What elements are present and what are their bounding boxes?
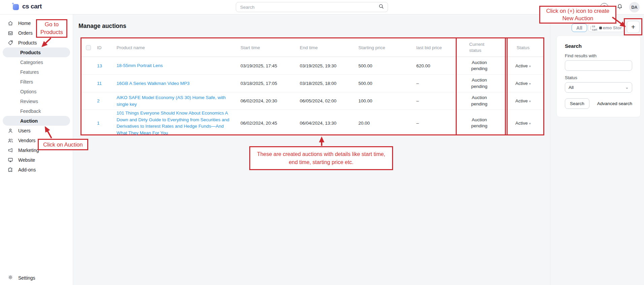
- brand-name: cs cart: [22, 3, 42, 10]
- cs-cart-logo[interactable]: cs cart: [12, 3, 42, 10]
- col-start-time: Start time: [240, 45, 300, 50]
- start-time: 03/19/2025, 17:45: [240, 63, 300, 68]
- divider: [590, 26, 591, 30]
- end-time: 03/19/2025, 19:30: [300, 63, 358, 68]
- starting-price: 100.00: [358, 98, 416, 103]
- divider: [550, 14, 550, 285]
- sidebar-subitem-options[interactable]: Options: [3, 87, 70, 96]
- sidebar-item-label: Vendors: [18, 138, 35, 143]
- sidebar-subitem-feedback[interactable]: Feedback: [3, 106, 70, 116]
- table-row: 2 AIKO SAFE Model Economy (AS 30) Home S…: [82, 92, 543, 110]
- find-results-input[interactable]: [565, 60, 632, 71]
- user-avatar[interactable]: DA: [629, 2, 640, 12]
- home-icon: [7, 20, 13, 26]
- product-name-link[interactable]: AIKO SAFE Model Economy (AS 30) Home Saf…: [117, 94, 235, 107]
- page-title: Manage auctions: [78, 23, 126, 30]
- search-button[interactable]: Search: [565, 98, 589, 109]
- product-name-link[interactable]: 16GB A Series Walkman Video MP3: [117, 80, 190, 87]
- tab-storefront[interactable]: cs cart emo Stor: [588, 24, 624, 32]
- sidebar-subitem-categories[interactable]: Categories: [3, 57, 70, 67]
- col-product-name: Product name: [117, 45, 240, 50]
- end-time: 06/05/2024, 02:00: [300, 98, 358, 103]
- col-status: Status: [505, 45, 542, 50]
- global-search: [236, 2, 388, 12]
- search-panel: Search Find results with Status All ⌄ Se…: [556, 35, 641, 117]
- auction-id-link[interactable]: 1: [97, 121, 100, 126]
- auctions-table: ID Product name Start time End time Star…: [80, 37, 544, 135]
- table-header-row: ID Product name Start time End time Star…: [82, 38, 543, 57]
- status-dropdown[interactable]: Active▾: [505, 98, 542, 103]
- sidebar-item-label: Add-ons: [18, 167, 36, 172]
- settings-label: Settings: [18, 275, 35, 281]
- cs-cart-mini-logo: cs cart: [592, 25, 598, 31]
- search-panel-title: Search: [565, 43, 632, 49]
- monitor-icon: [7, 157, 13, 163]
- sidebar-subitem-products[interactable]: Products: [3, 48, 70, 57]
- cs-cart-logo-icon: [12, 3, 20, 10]
- status-dropdown[interactable]: Active▾: [505, 121, 542, 126]
- annotation-plus-note: Click on (+) icon to create New Auction: [539, 6, 616, 24]
- starting-price: 500.00: [358, 81, 416, 86]
- chevron-down-icon: ▾: [529, 99, 531, 103]
- select-all-checkbox[interactable]: [86, 45, 91, 50]
- add-auction-button[interactable]: +: [627, 21, 640, 33]
- table-row: 11 16GB A Series Walkman Video MP3 03/18…: [82, 75, 543, 92]
- sidebar-item-users[interactable]: Users: [0, 126, 73, 135]
- start-time: 03/18/2025, 17:05: [240, 81, 300, 86]
- auction-id-link[interactable]: 2: [97, 98, 100, 103]
- tag-icon: [7, 40, 13, 46]
- annotation-click-on-auction: Click on Auction: [38, 139, 88, 150]
- users-group-icon: [7, 137, 13, 144]
- start-time: 06/02/2024, 20:30: [240, 98, 300, 103]
- demo-badge-icon: [599, 27, 602, 29]
- sidebar-subitem-reviews[interactable]: Reviews: [3, 96, 70, 106]
- last-bid-price: –: [416, 121, 454, 126]
- current-status: Auction pending: [470, 95, 489, 107]
- admin-page: cs cart ? DA Home Orders Prod: [0, 0, 644, 285]
- col-last-bid-price: last bid price: [416, 45, 454, 50]
- start-time: 06/02/2024, 20:45: [240, 121, 300, 126]
- sidebar-item-website[interactable]: Website: [0, 155, 73, 165]
- table-row: 1 101 Things Everyone Should Know About …: [82, 110, 543, 134]
- megaphone-icon: [7, 147, 13, 153]
- col-id: ID: [97, 45, 117, 50]
- status-select[interactable]: All ⌄: [565, 82, 632, 93]
- tab-all[interactable]: All: [572, 24, 587, 32]
- sidebar-item-addons[interactable]: Add-ons: [0, 165, 73, 175]
- search-icon[interactable]: [378, 3, 384, 11]
- chevron-down-icon: ⌄: [625, 85, 629, 90]
- sidebar-subitem-features[interactable]: Features: [3, 67, 70, 77]
- sidebar-item-label: Marketing: [18, 148, 39, 153]
- notifications-bell-icon[interactable]: [616, 3, 623, 12]
- sidebar-item-label: Products: [18, 40, 37, 45]
- global-search-input[interactable]: [236, 5, 378, 10]
- auction-id-link[interactable]: 13: [97, 63, 102, 68]
- sidebar-item-label: Orders: [18, 30, 33, 36]
- sidebar-item-products[interactable]: Products: [0, 38, 73, 48]
- sidebar-subitem-filters[interactable]: Filters: [3, 77, 70, 87]
- chevron-down-icon: ▾: [529, 82, 531, 86]
- sidebar-subitem-auction[interactable]: Auction: [3, 116, 70, 126]
- col-starting-price: Starting price: [358, 45, 416, 50]
- current-status: Auction pending: [470, 77, 489, 89]
- product-name-link[interactable]: 101 Things Everyone Should Know About Ec…: [117, 110, 235, 136]
- sidebar-item-label: Users: [18, 128, 31, 133]
- auction-id-link[interactable]: 11: [97, 81, 102, 86]
- status-dropdown[interactable]: Active▾: [505, 81, 542, 86]
- sidebar-item-settings[interactable]: Settings: [0, 273, 73, 283]
- col-end-time: End time: [300, 45, 358, 50]
- status-label: Status: [565, 75, 632, 80]
- status-dropdown[interactable]: Active▾: [505, 63, 542, 68]
- annotation-table-note: These are created auctions with details …: [249, 146, 393, 170]
- end-time: 03/18/2025, 18:00: [300, 81, 358, 86]
- gear-icon: [7, 274, 13, 281]
- orders-icon: [7, 30, 13, 36]
- starting-price: 500.00: [358, 63, 416, 68]
- sidebar-item-label: Home: [18, 21, 31, 26]
- puzzle-icon: [7, 167, 13, 173]
- last-bid-price: 620.00: [416, 63, 454, 68]
- chevron-down-icon: ▾: [529, 64, 531, 68]
- table-row: 13 18-55mm Portrait Lens 03/19/2025, 17:…: [82, 57, 543, 75]
- advanced-search-link[interactable]: Advanced search: [597, 101, 632, 106]
- product-name-link[interactable]: 18-55mm Portrait Lens: [117, 62, 163, 69]
